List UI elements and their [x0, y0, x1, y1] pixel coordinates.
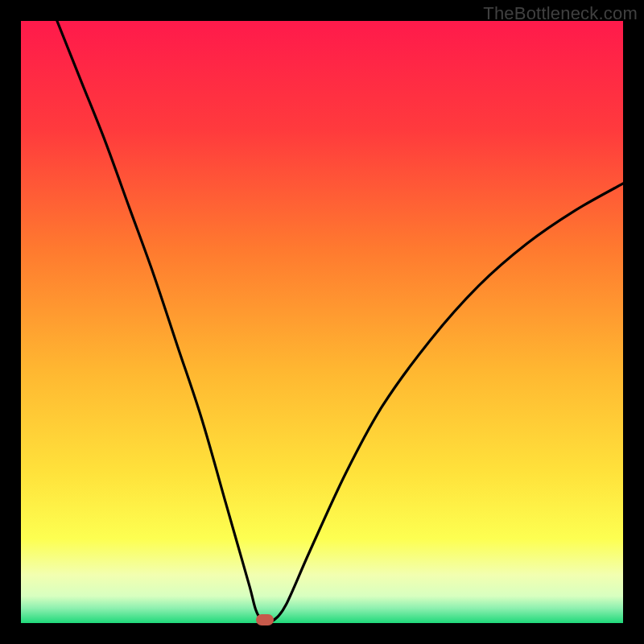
- gradient-plot: [21, 21, 623, 623]
- optimal-point-marker: [256, 614, 274, 625]
- chart-frame: [21, 21, 623, 623]
- gradient-rect: [21, 21, 623, 623]
- watermark-text: TheBottleneck.com: [483, 3, 638, 24]
